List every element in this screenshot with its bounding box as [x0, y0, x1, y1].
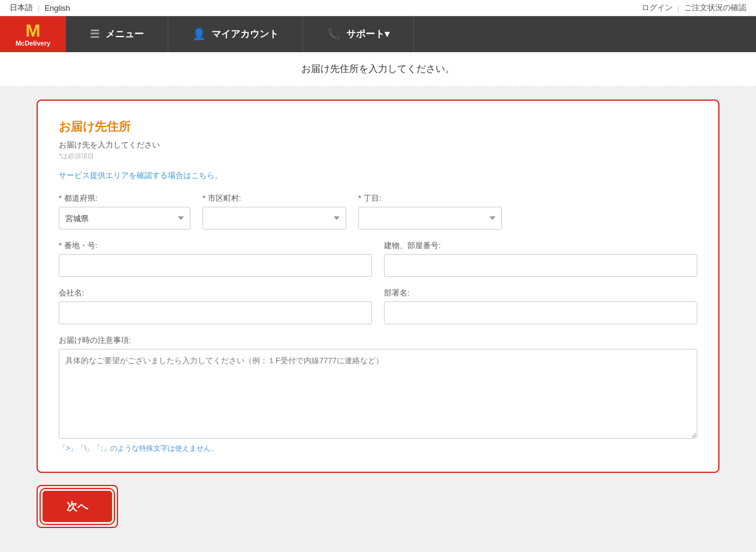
address-row-2: * 番地・号: 建物、部屋番号:: [59, 240, 697, 277]
main-nav: M McDelivery ☰ メニュー 👤 マイアカウント 📞 サポート▾: [0, 16, 756, 52]
company-group: 会社名:: [59, 288, 372, 324]
mcdelivery-logo: M McDelivery: [16, 22, 50, 47]
service-area-link[interactable]: サービス提供エリアを確認する場合はこちら。: [59, 170, 697, 181]
page-title: お届け先住所を入力してください。: [0, 52, 756, 88]
golden-arches-icon: M: [26, 22, 41, 40]
city-group: * 市区町村:: [202, 193, 346, 230]
prefecture-label: * 都道府県:: [59, 193, 190, 204]
city-select[interactable]: [202, 207, 346, 230]
login-link[interactable]: ログイン: [642, 2, 673, 13]
building-group: 建物、部屋番号:: [384, 240, 697, 277]
nav-items: ☰ メニュー 👤 マイアカウント 📞 サポート▾: [66, 16, 756, 52]
chome-label: * 丁目:: [358, 193, 502, 204]
next-button-wrapper: 次へ: [37, 485, 118, 528]
address-form-card: お届け先住所 お届け先を入力してください *は必須項目 サービス提供エリアを確認…: [37, 99, 719, 473]
nav-menu[interactable]: ☰ メニュー: [66, 16, 168, 52]
address-number-input[interactable]: [59, 254, 372, 277]
address-row-3: 会社名: 部署名:: [59, 288, 697, 324]
address-row-1: * 都道府県: 宮城県 東京都 大阪府 * 市区町村:: [59, 193, 697, 230]
city-select-wrap: [202, 207, 346, 230]
nav-support[interactable]: 📞 サポート▾: [303, 16, 414, 52]
form-required-note: *は必須項目: [59, 152, 697, 161]
logo-area[interactable]: M McDelivery: [0, 16, 66, 52]
building-label: 建物、部屋番号:: [384, 240, 697, 251]
prefecture-select-wrap: 宮城県 東京都 大阪府: [59, 207, 190, 230]
department-label: 部署名:: [384, 288, 697, 298]
special-char-note: 「>」「\」「;」のような特殊文字は使えません。: [59, 444, 697, 454]
chome-group: * 丁目:: [358, 193, 502, 230]
phone-icon: 📞: [327, 28, 340, 41]
login-area: ログイン | ご注文状況の確認: [642, 2, 746, 13]
order-status-link[interactable]: ご注文状況の確認: [684, 2, 746, 13]
company-label: 会社名:: [59, 288, 372, 298]
chome-select-wrap: [358, 207, 502, 230]
login-separator: |: [678, 4, 679, 13]
notes-textarea[interactable]: [59, 349, 697, 439]
department-group: 部署名:: [384, 288, 697, 324]
address-number-label: * 番地・号:: [59, 240, 372, 251]
prefecture-group: * 都道府県: 宮城県 東京都 大阪府: [59, 193, 190, 230]
language-bar: 日本語 | English ログイン | ご注文状況の確認: [0, 0, 756, 16]
lang-separator: |: [38, 4, 40, 13]
prefecture-select[interactable]: 宮城県 東京都 大阪府: [59, 207, 190, 230]
account-icon: 👤: [192, 28, 205, 41]
department-input[interactable]: [384, 301, 697, 324]
chome-select[interactable]: [358, 207, 502, 230]
nav-support-label: サポート▾: [346, 28, 389, 41]
japanese-lang[interactable]: 日本語: [10, 2, 33, 13]
building-input[interactable]: [384, 254, 697, 277]
nav-my-account-label: マイアカウント: [211, 28, 279, 41]
nav-menu-label: メニュー: [105, 28, 144, 41]
form-section-title: お届け先住所: [59, 119, 697, 135]
logo-text: McDelivery: [16, 40, 50, 47]
next-button[interactable]: 次へ: [43, 491, 112, 522]
form-subtitle: お届け先を入力してください: [59, 140, 697, 150]
menu-icon: ☰: [90, 28, 99, 41]
english-lang-link[interactable]: English: [44, 4, 70, 13]
address-number-group: * 番地・号:: [59, 240, 372, 277]
button-area: 次へ: [37, 485, 719, 546]
main-content: お届け先住所 お届け先を入力してください *は必須項目 サービス提供エリアを確認…: [19, 88, 737, 552]
city-label: * 市区町村:: [202, 193, 346, 204]
company-input[interactable]: [59, 301, 372, 324]
notes-group: お届け時の注意事項:: [59, 335, 697, 439]
notes-label: お届け時の注意事項:: [59, 335, 697, 346]
nav-my-account[interactable]: 👤 マイアカウント: [168, 16, 303, 52]
